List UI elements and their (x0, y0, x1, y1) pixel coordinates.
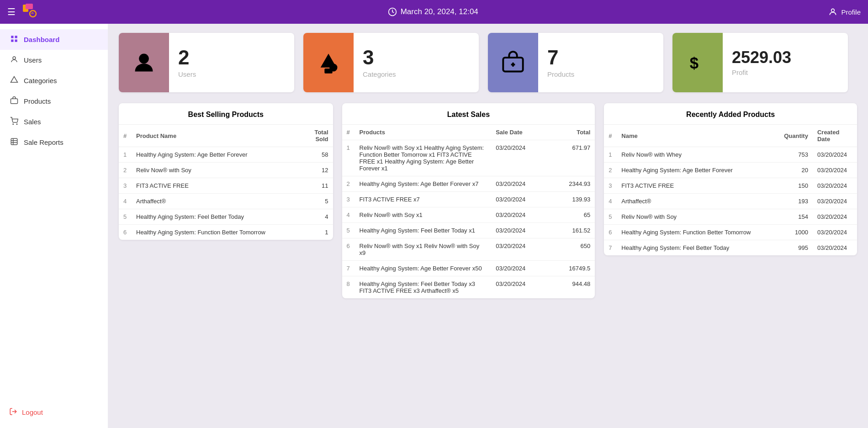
svg-point-19 (139, 54, 149, 64)
col-header-products: Products (355, 125, 492, 140)
cell-created-date: 03/20/2024 (813, 178, 857, 194)
categories-icon (9, 76, 19, 85)
sidebar-item-sales[interactable]: Sales (0, 111, 108, 132)
sidebar-item-label: Products (24, 97, 51, 105)
table-row: 7 Healthy Aging System: Age Better Forev… (342, 261, 595, 276)
cell-num: 4 (342, 207, 355, 223)
table-row: 5 Reliv Now® with Soy 154 03/20/2024 (604, 209, 857, 225)
cell-products: Healthy Aging System: Feel Better Today … (355, 223, 492, 238)
latest-sales-body: 1 Reliv Now® with Soy x1 Healthy Aging S… (342, 140, 595, 299)
sidebar: Dashboard Users Categories Products Sale… (0, 24, 108, 428)
cell-num: 7 (342, 261, 355, 276)
sale-reports-icon (9, 137, 19, 147)
cell-num: 1 (119, 147, 132, 163)
cell-num: 5 (342, 223, 355, 238)
logout-button[interactable]: Logout (0, 402, 108, 423)
table-row: 5 Healthy Aging System: Feel Better Toda… (119, 209, 333, 225)
svg-rect-8 (15, 40, 17, 42)
menu-icon[interactable]: ☰ (7, 6, 16, 17)
cell-created-date: 03/20/2024 (813, 194, 857, 209)
cell-products: Reliv Now® with Soy x1 Reliv Now® with S… (355, 238, 492, 261)
latest-sales-table: # Products Sale Date Total 1 Reliv Now® … (342, 125, 595, 298)
cell-name: Arthaffect® (617, 194, 775, 209)
cell-total-sold: 12 (304, 163, 333, 178)
sidebar-item-users[interactable]: Users (0, 50, 108, 70)
cell-num: 7 (604, 240, 617, 256)
svg-point-22 (329, 63, 337, 71)
cell-name: Healthy Aging System: Feel Better Today (617, 240, 775, 256)
stat-label-profit: Profit (732, 69, 839, 76)
cell-num: 4 (119, 194, 132, 209)
col-header-num: # (119, 125, 132, 147)
cell-sale-date: 03/20/2024 (491, 238, 549, 261)
table-row: 3 FIT3 ACTIVE FREE x7 03/20/2024 139.93 (342, 192, 595, 207)
cell-num: 2 (119, 163, 132, 178)
sidebar-item-label: Sales (24, 118, 41, 126)
cell-quantity: 1000 (775, 225, 813, 240)
cell-sale-date: 03/20/2024 (491, 140, 549, 176)
cell-quantity: 995 (775, 240, 813, 256)
cell-name: Healthy Aging System: Function Better To… (617, 225, 775, 240)
stat-icon-users (119, 33, 169, 92)
dashboard-icon (9, 35, 19, 44)
cell-num: 1 (342, 140, 355, 176)
cell-num: 5 (119, 209, 132, 225)
svg-point-4 (831, 9, 835, 12)
cell-product-name: Healthy Aging System: Age Better Forever (132, 147, 304, 163)
cell-total-sold: 1 (304, 225, 333, 240)
stat-card-users: 2 Users (119, 33, 294, 92)
topbar-left: ☰ (7, 3, 37, 21)
stat-info-profit: 2529.03 Profit (723, 42, 848, 84)
stat-info-users: 2 Users (169, 40, 294, 85)
profile-button[interactable]: Profile (828, 7, 861, 16)
svg-rect-5 (11, 36, 13, 38)
recently-added-title: Recently Added Products (604, 103, 857, 125)
table-row: 2 Healthy Aging System: Age Better Forev… (604, 163, 857, 178)
table-row: 2 Healthy Aging System: Age Better Forev… (342, 176, 595, 192)
cell-num: 2 (604, 163, 617, 178)
col-header-num: # (604, 125, 617, 147)
sidebar-item-label: Users (24, 56, 42, 64)
col-header-created-date: CreatedDate (813, 125, 857, 147)
latest-sales-card: Latest Sales # Products Sale Date Total … (342, 103, 595, 298)
cell-num: 3 (604, 178, 617, 194)
cell-created-date: 03/20/2024 (813, 209, 857, 225)
cell-num: 5 (604, 209, 617, 225)
cell-total-sold: 4 (304, 209, 333, 225)
cell-products: Healthy Aging System: Age Better Forever… (355, 261, 492, 276)
sidebar-item-sale-reports[interactable]: Sale Reports (0, 132, 108, 153)
stat-number-users: 2 (178, 48, 285, 68)
topbar-datetime: March 20, 2024, 12:04 (388, 7, 478, 16)
stat-info-products: 7 Products (538, 40, 663, 85)
stat-number-products: 7 (547, 48, 654, 68)
svg-rect-6 (15, 36, 17, 38)
svg-marker-10 (11, 77, 18, 83)
best-selling-table: # Product Name TotalSold 1 Healthy Aging… (119, 125, 333, 240)
cell-num: 6 (342, 238, 355, 261)
cell-name: Reliv Now® with Soy (617, 209, 775, 225)
cell-products: Healthy Aging System: Age Better Forever… (355, 176, 492, 192)
col-header-total: Total (549, 125, 595, 140)
cell-product-name: Healthy Aging System: Function Better To… (132, 225, 304, 240)
table-row: 4 Reliv Now® with Soy x1 03/20/2024 65 (342, 207, 595, 223)
sidebar-item-categories[interactable]: Categories (0, 70, 108, 91)
cell-num: 3 (119, 178, 132, 194)
svg-text:$: $ (690, 54, 699, 72)
table-row: 3 FIT3 ACTIVE FREE 11 (119, 178, 333, 194)
best-selling-title: Best Selling Products (119, 103, 333, 125)
table-row: 3 FIT3 ACTIVE FREE 150 03/20/2024 (604, 178, 857, 194)
cell-products: FIT3 ACTIVE FREE x7 (355, 192, 492, 207)
table-row: 4 Arthaffect® 5 (119, 194, 333, 209)
stat-number-profit: 2529.03 (732, 49, 839, 66)
cell-num: 1 (604, 147, 617, 163)
recently-added-body: 1 Reliv Now® with Whey 753 03/20/2024 2 … (604, 147, 857, 256)
cell-total: 16749.5 (549, 261, 595, 276)
cell-total: 944.48 (549, 276, 595, 299)
cell-num: 4 (604, 194, 617, 209)
sidebar-item-dashboard[interactable]: Dashboard (0, 29, 108, 50)
stat-card-categories: 3 Categories (303, 33, 479, 92)
stat-card-products: 7 Products (488, 33, 663, 92)
cell-num: 6 (119, 225, 132, 240)
sidebar-item-products[interactable]: Products (0, 91, 108, 111)
best-selling-card: Best Selling Products # Product Name Tot… (119, 103, 333, 240)
